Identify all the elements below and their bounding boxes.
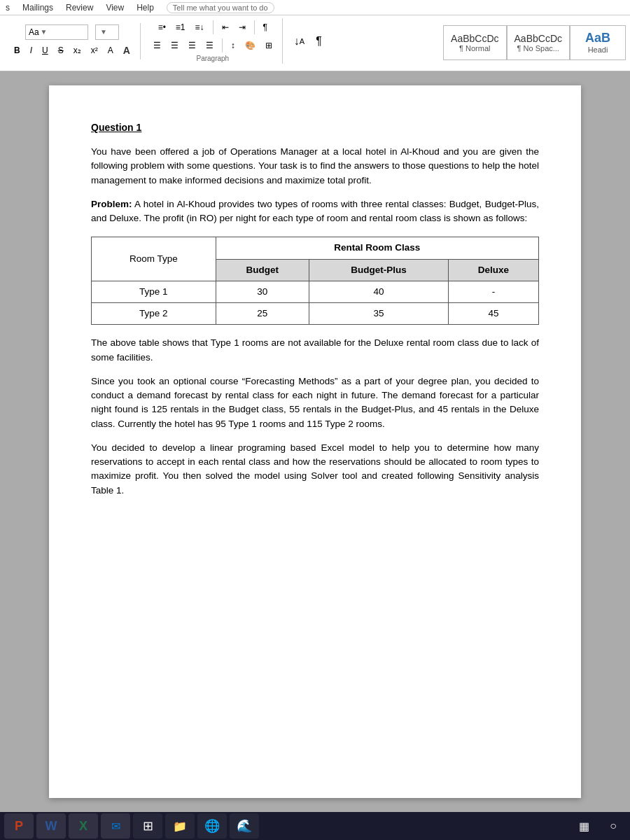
style-normal-preview: AaBbCcDc [451,33,498,44]
style-nospace-label: ¶ No Spac... [517,44,559,52]
type1-deluxe: - [448,281,538,302]
ribbon: Aa ▼ ▼ B I U [0,15,630,71]
taskbar-word[interactable]: W [36,813,66,839]
word-icon: W [46,819,57,834]
type1-label: Type 1 [92,281,216,302]
tell-me-box[interactable]: Tell me what you want to do [167,2,274,13]
pilcrow-button[interactable]: ¶ [312,34,326,49]
sep1 [213,20,214,34]
subscript-button[interactable]: x₂ [69,43,85,58]
font-dropdown-arrow: ▼ [41,28,48,36]
sep2 [254,20,255,34]
superscript-button[interactable]: x² [87,43,102,58]
taskbar-windows[interactable]: ⊞ [133,813,162,839]
type2-budget: 25 [216,303,309,325]
cortana-button[interactable]: ○ [601,813,626,839]
sort-area: ↓A ¶ [286,32,330,50]
files-icon: 📁 [173,820,187,833]
taskbar-edge[interactable]: 🌊 [230,813,259,839]
align-center-button[interactable]: ☰ [167,38,183,53]
taskbar-powerpoint[interactable]: P [4,813,34,839]
problem-label: Problem: [91,199,132,209]
table-row: Type 1 30 40 - [92,281,539,302]
paragraph1: You have been offered a job of Operation… [91,145,539,188]
borders-button[interactable]: ⊞ [261,38,276,53]
menu-item-s[interactable]: s [6,3,10,13]
excel-icon: X [79,819,88,834]
menu-item-review[interactable]: Review [66,3,93,13]
menu-item-mailings[interactable]: Mailings [22,3,53,13]
taskbar-excel[interactable]: X [69,813,98,839]
windows-icon: ⊞ [143,818,153,834]
type1-budget: 30 [216,281,309,302]
paragraph2: Problem: A hotel in Al-Khoud provides tw… [91,197,539,226]
table-header-room-type: Room Type [92,237,216,281]
align-left-button[interactable]: ☰ [149,38,165,53]
type2-deluxe: 45 [448,303,538,325]
page: Question 1 You have been offered a job o… [49,85,581,798]
style-nospace-preview: AaBbCcDc [514,33,562,44]
type2-budget-plus: 35 [309,303,449,325]
font-name-section: Aa ▼ ▼ B I U [4,23,141,59]
style-normal-label: ¶ Normal [459,44,490,52]
font-color-button[interactable]: A [104,43,118,58]
style-nospace[interactable]: AaBbCcDc ¶ No Spac... [507,25,570,60]
font-a-button[interactable]: A [119,43,134,58]
styles-panel: AaBbCcDc ¶ Normal AaBbCcDc ¶ No Spac... … [443,18,626,66]
shading-button[interactable]: 🎨 [241,38,260,53]
font-name-dropdown[interactable]: Aa ▼ [25,24,88,40]
taskbar-files[interactable]: 📁 [165,813,195,839]
taskview-icon: ▦ [579,820,589,833]
align-right-button[interactable]: ☰ [184,38,200,53]
type1-budget-plus: 40 [309,281,449,302]
paragraph-label: Paragraph [196,55,229,62]
taskbar-chrome[interactable]: 🌐 [197,813,227,839]
italic-button[interactable]: I [26,43,36,58]
menu-item-view[interactable]: View [106,3,124,13]
style-heading-preview: AaB [585,31,610,46]
font-name-label: Aa [29,27,39,37]
indent-increase-button[interactable]: ⇥ [234,20,250,35]
paragraph2-body: A hotel in Al-Khoud provides two types o… [91,199,539,223]
menu-bar: s Mailings Review View Help Tell me what… [0,0,630,15]
table-header-deluxe: Deluxe [448,259,538,281]
cortana-icon: ○ [610,820,617,832]
taskbar: P W X ✉ ⊞ 📁 🌐 🌊 ▦ ○ [0,812,630,840]
style-heading[interactable]: AaB Headi [570,25,626,60]
sep3 [222,38,223,52]
font-size-dropdown[interactable]: ▼ [95,24,119,40]
bullets-button[interactable]: ≡• [154,20,170,35]
indent-decrease-button[interactable]: ⇤ [218,20,233,35]
table-header-budget-plus: Budget-Plus [309,259,449,281]
table-row: Type 2 25 35 45 [92,303,539,325]
taskbar-mail[interactable]: ✉ [101,813,130,839]
size-dropdown-arrow: ▼ [100,28,107,36]
strikethrough-button[interactable]: S [54,43,68,58]
numbered-list-button[interactable]: ≡1 [172,20,190,35]
sort-button[interactable]: ↓A [290,34,309,49]
bold-button[interactable]: B [10,43,24,58]
menu-item-help[interactable]: Help [136,3,154,13]
line-spacing-button[interactable]: ↕ [227,38,239,53]
taskview-button[interactable]: ▦ [571,813,596,839]
paragraph-section: ≡• ≡1 ≡↓ ⇤ ⇥ ¶ ☰ ☰ [144,18,283,64]
document-area: Question 1 You have been offered a job o… [0,71,630,812]
taskbar-right: ▦ ○ [571,813,626,839]
rental-table: Room Type Rental Room Class Budget Budge… [91,237,539,325]
underline-button[interactable]: U [38,43,52,58]
paragraph5: You decided to develop a linear programi… [91,441,539,498]
type2-label: Type 2 [92,303,216,325]
style-normal[interactable]: AaBbCcDc ¶ Normal [443,25,506,60]
table-header-rental-class: Rental Room Class [216,237,538,259]
mail-icon: ✉ [111,820,120,833]
table-container: Room Type Rental Room Class Budget Budge… [91,237,539,325]
align-justify-button[interactable]: ☰ [202,38,218,53]
edge-icon: 🌊 [237,818,252,834]
table-header-budget: Budget [216,259,309,281]
style-heading-label: Headi [588,46,608,54]
powerpoint-icon: P [15,819,23,834]
show-hide-button[interactable]: ¶ [259,20,272,35]
paragraph3: The above table shows that Type 1 rooms … [91,336,539,365]
multilevel-list-button[interactable]: ≡↓ [191,20,209,35]
question-title: Question 1 [91,120,539,135]
